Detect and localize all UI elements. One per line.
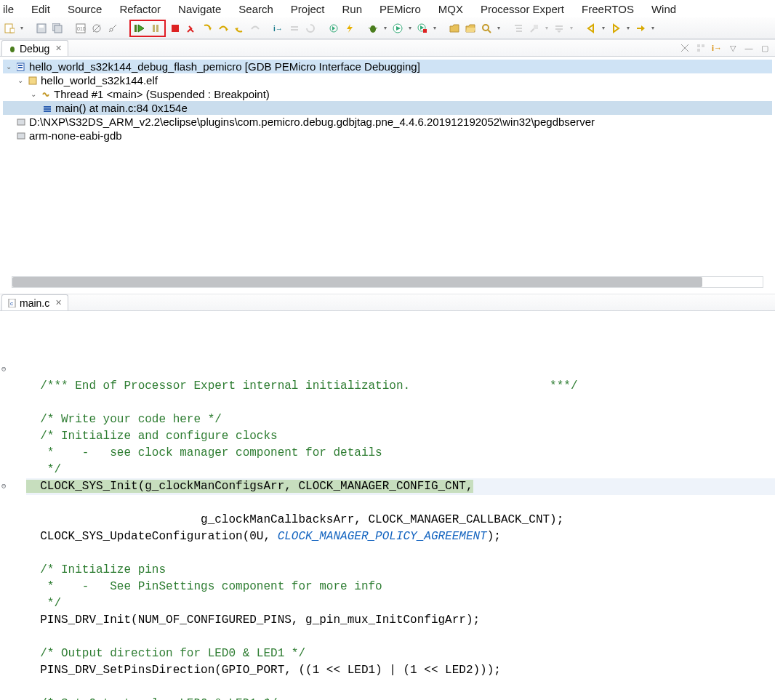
menu-edit[interactable]: Edit (23, 1, 59, 17)
debug-launch-node[interactable]: ⌄ hello_world_s32k144_debug_flash_pemicr… (3, 60, 772, 73)
pin-dropdown[interactable]: ▾ (544, 25, 550, 31)
menu-file[interactable]: ile (3, 1, 23, 17)
disconnect-icon[interactable] (185, 22, 198, 35)
menu-pemicro[interactable]: PEMicro (371, 1, 430, 17)
filter-icon[interactable] (106, 22, 119, 35)
menu-navigate[interactable]: Navigate (169, 1, 230, 17)
debug-dropdown[interactable]: ▾ (382, 25, 388, 31)
search-icon[interactable] (480, 22, 493, 35)
debug-tab[interactable]: Debug ✕ (1, 40, 68, 56)
run-icon[interactable] (391, 22, 404, 35)
nav-list-icon[interactable] (553, 22, 566, 35)
forward-icon[interactable] (609, 22, 622, 35)
pause-button[interactable] (149, 22, 162, 35)
search-dropdown[interactable]: ▾ (496, 25, 502, 31)
run-stop-icon[interactable] (416, 22, 429, 35)
step-over-icon[interactable] (217, 22, 230, 35)
restart-icon[interactable] (304, 22, 317, 35)
menu-mqx[interactable]: MQX (430, 1, 472, 17)
debug-thread-label: Thread #1 <main> (Suspended : Breakpoint… (54, 88, 270, 100)
step-return-icon[interactable] (233, 22, 246, 35)
remove-terminated-icon[interactable] (679, 42, 691, 54)
code-line: */ (26, 463, 61, 476)
debug-thread-node[interactable]: ⌄ Thread #1 <main> (Suspended : Breakpoi… (3, 87, 772, 101)
svg-point-11 (110, 28, 113, 31)
editor-tab-label: main.c (20, 297, 49, 309)
debug-tree: ⌄ hello_world_s32k144_debug_flash_pemicr… (0, 57, 775, 294)
editor-gutter[interactable]: ⊖ ⊖ (0, 311, 17, 700)
stack-frame-icon (42, 103, 52, 113)
debug-elf-node[interactable]: ⌄ hello_world_s32k144.elf (3, 73, 772, 87)
menu-source[interactable]: Source (59, 1, 111, 17)
folder-icon[interactable] (448, 22, 461, 35)
source-editor[interactable]: ⊖ ⊖ /*** End of Processor Expert interna… (0, 311, 775, 700)
back-dropdown[interactable]: ▾ (601, 25, 606, 31)
run-stop-dropdown[interactable]: ▾ (432, 25, 438, 31)
qr-icon[interactable] (695, 42, 707, 54)
code-line: CLOCK_SYS_UpdateConfiguration(0U, CLOCK_… (26, 530, 501, 543)
lightning-icon[interactable] (343, 22, 356, 35)
folder-open-icon[interactable] (464, 22, 477, 35)
svg-marker-46 (557, 31, 561, 33)
resume-button[interactable] (133, 22, 146, 35)
menu-run[interactable]: Run (334, 1, 372, 17)
code-line: */ (26, 597, 61, 610)
menu-refactor[interactable]: Refactor (111, 1, 169, 17)
svg-rect-16 (172, 25, 179, 32)
debug-h-scrollbar[interactable] (12, 276, 763, 288)
main-toolbar: ▾ 010 i→ ▾ ▾ ▾ ▾ ▾ ▾ ▾ ▾ ▾ (0, 17, 775, 39)
step-into-icon[interactable] (201, 22, 214, 35)
terminate-button[interactable] (169, 22, 182, 35)
debug-tab-close[interactable]: ✕ (55, 44, 62, 53)
svg-rect-39 (515, 25, 522, 26)
forward-dropdown[interactable]: ▾ (625, 25, 631, 31)
instruction-mode-icon[interactable]: i→ (272, 22, 285, 35)
svg-marker-47 (588, 25, 593, 32)
fold-marker[interactable]: ⊖ (1, 361, 7, 378)
c-file-icon: c (8, 299, 17, 307)
flash-icon[interactable] (327, 22, 340, 35)
binary-icon[interactable]: 010 (74, 22, 87, 35)
menu-freertos[interactable]: FreeRTOS (573, 1, 643, 17)
instruction-toggle-icon[interactable]: i→ (711, 42, 723, 54)
nav-list-dropdown[interactable]: ▾ (569, 25, 574, 31)
fold-marker[interactable]: ⊖ (1, 478, 7, 495)
bug-icon[interactable] (366, 22, 380, 35)
debug-frame-node[interactable]: main() at main.c:84 0x154e (3, 101, 772, 115)
editor-tab-close[interactable]: ✕ (55, 298, 62, 307)
pin-icon[interactable] (528, 22, 541, 35)
svg-marker-50 (641, 25, 645, 31)
expander-icon[interactable]: ⌄ (29, 90, 38, 99)
menu-processor-expert[interactable]: Processor Expert (472, 1, 573, 17)
view-menu-icon[interactable]: ▽ (727, 42, 739, 54)
debug-server-node[interactable]: D:\NXP\S32DS_ARM_v2.2\eclipse\plugins\co… (3, 115, 772, 129)
skip-breakpoints-icon[interactable] (90, 22, 103, 35)
svg-rect-45 (555, 28, 563, 30)
svg-marker-13 (138, 25, 144, 32)
expander-icon[interactable]: ⌄ (4, 63, 13, 71)
new-icon[interactable] (3, 22, 16, 35)
editor-tab-mainc[interactable]: c main.c ✕ (1, 294, 68, 310)
svg-rect-55 (702, 44, 704, 47)
expander-icon[interactable]: ⌄ (16, 76, 25, 85)
menu-project[interactable]: Project (282, 1, 334, 17)
menu-window[interactable]: Wind (643, 1, 685, 17)
save-icon[interactable] (35, 22, 48, 35)
menu-search[interactable]: Search (230, 1, 282, 17)
outline-icon[interactable] (512, 22, 525, 35)
reset-icon[interactable] (288, 22, 301, 35)
back-icon[interactable] (585, 22, 598, 35)
debug-gdb-node[interactable]: arm-none-eabi-gdb (3, 129, 772, 142)
svg-rect-65 (17, 133, 25, 139)
fwd-arrow-icon[interactable] (634, 22, 647, 35)
new-dropdown[interactable]: ▾ (19, 25, 25, 31)
instruction-step-icon[interactable] (249, 22, 262, 35)
fwd-arrow-dropdown[interactable]: ▾ (650, 25, 656, 31)
save-all-icon[interactable] (51, 22, 64, 35)
svg-rect-56 (697, 49, 700, 52)
minimize-icon[interactable]: — (743, 42, 755, 54)
debug-frame-label: main() at main.c:84 0x154e (55, 102, 188, 114)
run-dropdown[interactable]: ▾ (407, 25, 413, 31)
maximize-icon[interactable]: ▢ (759, 42, 771, 54)
code-line: /* Output direction for LED0 & LED1 */ (26, 647, 305, 660)
